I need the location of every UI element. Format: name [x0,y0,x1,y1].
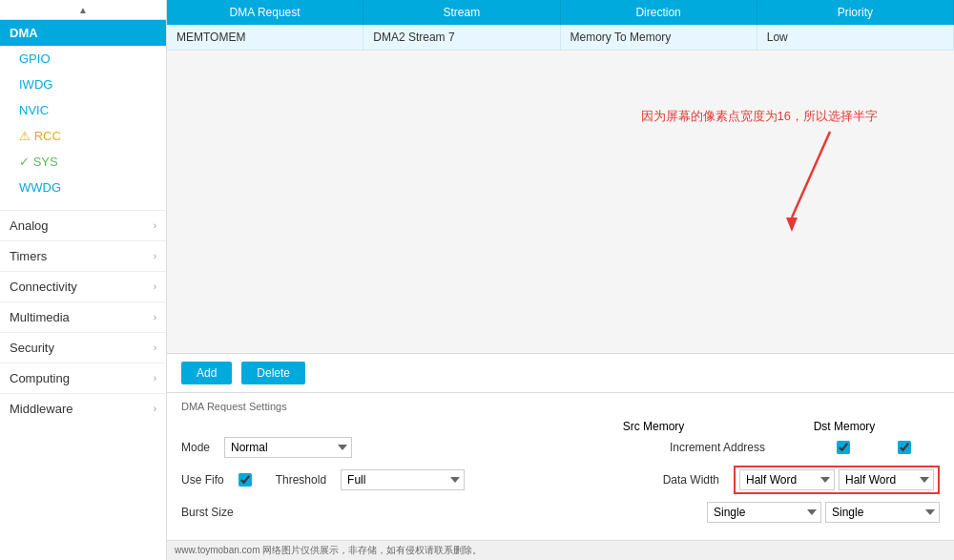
sidebar-item-gpio[interactable]: GPIO [0,46,166,72]
svg-marker-1 [786,218,798,232]
middle-area: 因为屏幕的像素点宽度为16，所以选择半字 [167,51,954,353]
mode-label: Mode [181,441,210,454]
burst-size-dst-select[interactable]: Single INCR4 INCR8 INCR16 [825,502,940,523]
col-stream: Stream [363,0,560,25]
sidebar-section-connectivity[interactable]: Connectivity › [0,271,166,301]
sidebar-item-sys[interactable]: ✓ SYS [0,149,166,175]
data-width-container: Byte Half Word Word Byte Half Word Word [734,466,940,494]
data-width-src-select[interactable]: Byte Half Word Word [739,469,835,490]
burst-size-label: Burst Size [181,506,234,519]
burst-selects: Single INCR4 INCR8 INCR16 Single INCR4 I… [707,502,940,523]
timers-label: Timers [10,249,47,263]
sidebar-section-security[interactable]: Security › [0,332,166,363]
chevron-right-icon: › [154,220,156,231]
dst-increment-checkbox[interactable] [898,441,911,454]
sidebar-section-multimedia[interactable]: Multimedia › [0,301,166,332]
cell-dma-request: MEMTOMEM [167,25,363,51]
connectivity-label: Connectivity [10,280,77,294]
chevron-right-icon: › [154,251,156,261]
check-icon: ✓ [19,155,33,169]
threshold-label: Threshold [276,473,326,487]
chevron-right-icon: › [154,312,156,322]
src-memory-header: Src Memory [558,420,749,433]
use-fifo-label: Use Fifo [181,473,224,487]
chevron-right-icon: › [154,342,156,353]
src-increment-checkbox[interactable] [837,441,850,454]
table-row[interactable]: MEMTOMEM DMA2 Stream 7 Memory To Memory … [167,25,954,51]
button-bar: Add Delete [167,353,954,392]
sidebar-item-iwdg[interactable]: IWDG [0,72,166,97]
sidebar-item-dma[interactable]: DMA [0,20,166,46]
sidebar: DMA GPIO IWDG NVIC ⚠ RCC ✓ SYS WWDG Anal… [0,0,167,560]
footer-bar: www.toymoban.com 网络图片仅供展示，非存储，如有侵权请联系删除。 [167,540,954,560]
threshold-select[interactable]: 1/4 Full 1/2 Full 3/4 Full Full [341,469,465,490]
security-label: Security [10,341,54,355]
fifo-row: Use Fifo Threshold 1/4 Full 1/2 Full 3/4… [181,466,940,494]
delete-button[interactable]: Delete [241,362,305,384]
middleware-label: Middleware [10,402,73,416]
sidebar-section-computing[interactable]: Computing › [0,363,166,393]
col-direction: Direction [561,0,757,25]
chevron-right-icon: › [154,281,156,292]
chevron-right-icon: › [154,373,156,384]
sidebar-collapse-button[interactable] [0,0,166,20]
analog-label: Analog [10,218,48,233]
multimedia-label: Multimedia [10,310,70,324]
sidebar-section-analog[interactable]: Analog › [0,210,166,240]
mode-select[interactable]: Normal Circular Peripheral Flow Ctrl [224,437,352,458]
main-panel: DMA Request Stream Direction Priority ME… [167,0,954,560]
add-button[interactable]: Add [181,362,232,384]
mode-row: Mode Normal Circular Peripheral Flow Ctr… [181,437,940,458]
warning-icon: ⚠ [19,129,34,143]
svg-line-0 [792,132,830,218]
increment-address-label: Increment Address [670,441,765,454]
computing-label: Computing [10,371,70,385]
footer-text: www.toymoban.com 网络图片仅供展示，非存储，如有侵权请联系删除。 [175,545,482,555]
settings-panel: DMA Request Settings Src Memory Dst Memo… [167,392,954,540]
table-header: DMA Request Stream Direction Priority [167,0,954,25]
burst-row: Burst Size Single INCR4 INCR8 INCR16 Sin… [181,502,940,523]
sidebar-item-nvic[interactable]: NVIC [0,97,166,123]
col-priority: Priority [757,0,954,25]
burst-size-src-select[interactable]: Single INCR4 INCR8 INCR16 [707,502,821,523]
chevron-right-icon: › [154,404,156,414]
sidebar-item-wwdg[interactable]: WWDG [0,175,166,200]
data-width-dst-select[interactable]: Byte Half Word Word [839,469,934,490]
cell-priority: Low [757,25,954,51]
use-fifo-checkbox[interactable] [238,473,252,487]
col-dma-request: DMA Request [167,0,363,25]
cell-stream: DMA2 Stream 7 [363,25,560,51]
dst-memory-header: Dst Memory [749,420,940,433]
sidebar-section-middleware[interactable]: Middleware › [0,393,166,424]
dma-table: DMA Request Stream Direction Priority ME… [167,0,954,51]
sidebar-section-timers[interactable]: Timers › [0,240,166,271]
annotation-arrow-svg [744,122,859,237]
settings-title: DMA Request Settings [181,401,940,412]
sidebar-item-rcc[interactable]: ⚠ RCC [0,123,166,149]
cell-direction: Memory To Memory [561,25,757,51]
data-width-label: Data Width [663,473,719,487]
